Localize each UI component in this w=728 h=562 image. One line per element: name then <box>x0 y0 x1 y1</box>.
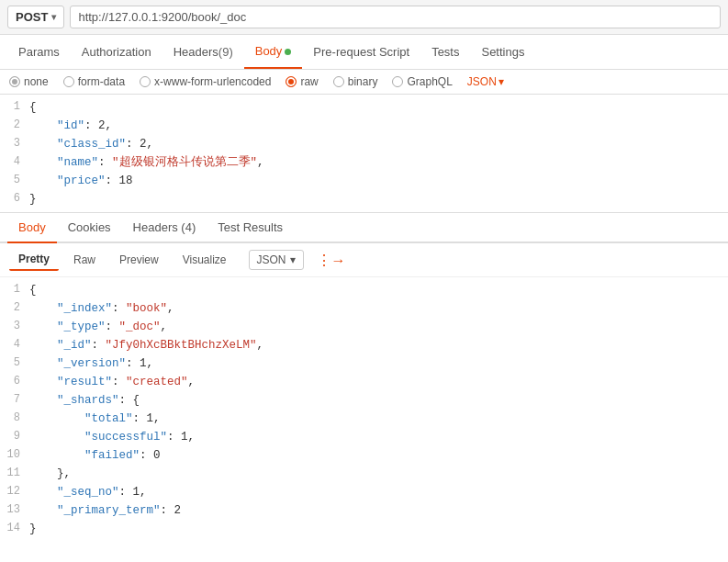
req-line-6: 6 } <box>0 190 728 208</box>
radio-graphql-circle <box>392 76 403 87</box>
top-tab-bar: Params Authorization Headers(9) Body Pre… <box>0 35 728 70</box>
radio-form-data[interactable]: form-data <box>63 75 125 88</box>
body-dot <box>285 49 291 55</box>
resp-line-9: 9 "successful": 1, <box>0 428 728 446</box>
resp-tab-headers[interactable]: Headers (4) <box>122 213 207 242</box>
resp-tab-cookies[interactable]: Cookies <box>57 213 122 242</box>
req-line-2: 2 "id": 2, <box>0 117 728 135</box>
resp-line-2: 2 "_index": "book", <box>0 299 728 318</box>
chevron-down-icon: ▾ <box>51 12 56 22</box>
radio-urlencoded-circle <box>140 76 151 87</box>
req-line-4: 4 "name": "超级银河格斗传说第二季", <box>0 153 728 172</box>
tab-settings[interactable]: Settings <box>470 36 535 68</box>
tab-authorization[interactable]: Authorization <box>71 36 162 68</box>
request-code-editor[interactable]: 1 { 2 "id": 2, 3 "class_id": 2, 4 "name"… <box>0 95 728 213</box>
req-line-1: 1 { <box>0 98 728 117</box>
resp-line-12: 12 "_seq_no": 1, <box>0 483 728 501</box>
chevron-down-icon: ▾ <box>498 75 504 88</box>
resp-line-5: 5 "_version": 1, <box>0 354 728 373</box>
resp-line-11: 11 }, <box>0 465 728 483</box>
resp-line-1: 1 { <box>0 281 728 299</box>
radio-none-circle <box>9 76 20 87</box>
tab-body[interactable]: Body <box>244 35 303 69</box>
resp-tab-body[interactable]: Body <box>7 213 57 243</box>
resp-line-14: 14 } <box>0 520 728 538</box>
radio-raw[interactable]: raw <box>286 75 318 88</box>
resp-tab-test-results[interactable]: Test Results <box>207 213 294 242</box>
radio-binary-circle <box>333 76 344 87</box>
json-format-selector[interactable]: JSON ▾ <box>467 75 504 88</box>
wrap-icon[interactable]: ⋮→ <box>317 252 346 269</box>
method-select[interactable]: POST ▾ <box>7 6 64 28</box>
resp-format-dropdown[interactable]: JSON ▾ <box>249 250 304 270</box>
resp-line-7: 7 "_shards": { <box>0 391 728 410</box>
radio-graphql[interactable]: GraphQL <box>392 75 452 88</box>
req-line-5: 5 "price": 18 <box>0 172 728 190</box>
response-toolbar: Pretty Raw Preview Visualize JSON ▾ ⋮→ <box>0 243 728 277</box>
resp-line-10: 10 "failed": 0 <box>0 446 728 465</box>
response-tab-bar: Body Cookies Headers (4) Test Results <box>0 213 728 243</box>
url-input[interactable] <box>70 6 721 28</box>
response-code-area: 1 { 2 "_index": "book", 3 "_type": "_doc… <box>0 277 728 542</box>
tab-pre-request[interactable]: Pre-request Script <box>302 36 420 68</box>
body-type-bar: none form-data x-www-form-urlencoded raw… <box>0 70 728 95</box>
radio-binary[interactable]: binary <box>333 75 378 88</box>
radio-form-data-circle <box>63 76 74 87</box>
chevron-down-icon: ▾ <box>290 253 296 266</box>
method-label: POST <box>16 10 48 24</box>
tab-headers[interactable]: Headers(9) <box>162 36 244 68</box>
radio-raw-circle <box>286 76 297 87</box>
radio-none[interactable]: none <box>9 75 49 88</box>
resp-view-raw[interactable]: Raw <box>64 250 105 270</box>
url-bar: POST ▾ <box>0 0 728 35</box>
tab-params[interactable]: Params <box>7 36 71 68</box>
resp-line-8: 8 "total": 1, <box>0 410 728 428</box>
resp-line-6: 6 "result": "created", <box>0 373 728 391</box>
resp-line-4: 4 "_id": "Jfy0hXcBBktBHchzXeLM", <box>0 336 728 354</box>
tab-tests[interactable]: Tests <box>420 36 470 68</box>
req-line-3: 3 "class_id": 2, <box>0 135 728 153</box>
resp-line-3: 3 "_type": "_doc", <box>0 318 728 336</box>
radio-urlencoded[interactable]: x-www-form-urlencoded <box>140 75 271 88</box>
resp-view-visualize[interactable]: Visualize <box>174 250 236 270</box>
resp-line-13: 13 "_primary_term": 2 <box>0 501 728 520</box>
resp-view-pretty[interactable]: Pretty <box>9 249 59 271</box>
resp-view-preview[interactable]: Preview <box>110 250 168 270</box>
